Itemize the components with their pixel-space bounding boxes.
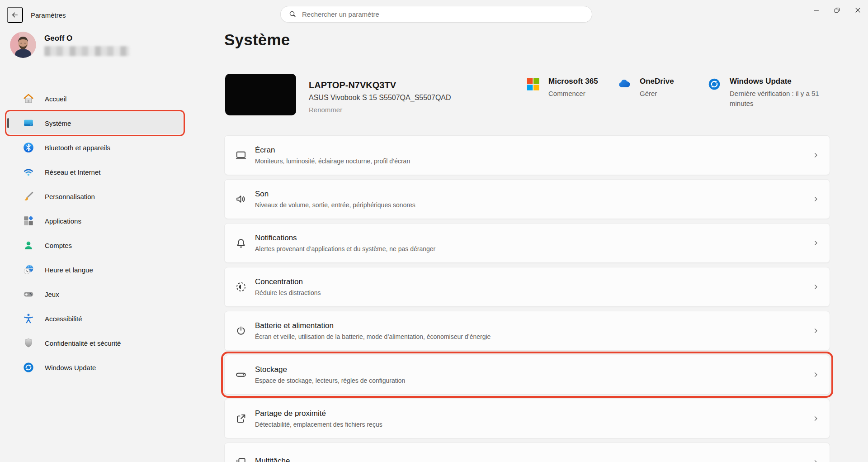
- minimize-button[interactable]: [806, 0, 826, 20]
- sound-icon: [235, 193, 247, 205]
- settings-card-subtitle: Réduire les distractions: [255, 289, 321, 296]
- sidebar-item-label: Accessibilité: [45, 315, 82, 323]
- settings-card-title: Batterie et alimentation: [255, 321, 491, 330]
- windows-update-icon: [23, 362, 34, 373]
- sidebar-item-personnalisation[interactable]: Personnalisation: [7, 186, 183, 207]
- settings-card-stockage[interactable]: Stockage Espace de stockage, lecteurs, r…: [224, 355, 830, 395]
- quick-links: Microsoft 365 Commencer OneDrive Gérer W…: [217, 77, 868, 131]
- home-icon: [23, 93, 34, 105]
- settings-card-multitache[interactable]: Multitâche: [224, 443, 830, 462]
- sidebar-item-accessibilite[interactable]: Accessibilité: [7, 308, 183, 329]
- sidebar-item-applications[interactable]: Applications: [7, 210, 183, 232]
- focus-icon: [235, 281, 247, 293]
- search-input[interactable]: [302, 10, 592, 18]
- search-box[interactable]: [280, 6, 592, 23]
- back-arrow-icon: [11, 11, 19, 19]
- restore-button[interactable]: [826, 0, 847, 20]
- update-icon: [708, 77, 721, 91]
- user-account[interactable]: Geoff O: [10, 32, 129, 58]
- settings-card-son[interactable]: Son Niveaux de volume, sortie, entrée, p…: [224, 179, 830, 219]
- settings-card-subtitle: Espace de stockage, lecteurs, règles de …: [255, 377, 405, 384]
- privacy-icon: [23, 337, 34, 349]
- accessibility-icon: [23, 313, 34, 324]
- system-icon: [23, 117, 34, 129]
- bell-icon: [235, 237, 247, 249]
- settings-card-title: Stockage: [255, 365, 405, 374]
- quick-link-subtitle: Gérer: [640, 89, 674, 99]
- settings-card-title: Son: [255, 190, 415, 199]
- sidebar-item-label: Applications: [45, 217, 81, 225]
- quick-link-subtitle: Commencer: [548, 89, 598, 99]
- quick-link-microsoft-365[interactable]: Microsoft 365 Commencer: [526, 77, 598, 99]
- quick-link-onedrive[interactable]: OneDrive Gérer: [618, 77, 674, 99]
- sidebar-item-label: Réseau et Internet: [45, 168, 100, 176]
- sidebar-item-jeux[interactable]: Jeux: [7, 283, 183, 305]
- sidebar-item-label: Comptes: [45, 242, 72, 249]
- quick-link-title: Windows Update: [730, 77, 833, 86]
- sidebar-item-label: Personnalisation: [45, 193, 95, 200]
- time-language-icon: [23, 264, 34, 276]
- chevron-right-icon: [812, 415, 820, 423]
- chevron-right-icon: [812, 152, 820, 159]
- sidebar-item-label: Système: [45, 119, 71, 127]
- sidebar: Geoff O Accueil Système Bluetooth et app…: [0, 25, 217, 462]
- settings-card-title: Multitâche: [255, 457, 290, 462]
- storage-icon: [235, 368, 247, 381]
- sidebar-item-bluetooth[interactable]: Bluetooth et appareils: [7, 137, 183, 158]
- sidebar-item-label: Windows Update: [45, 364, 96, 372]
- page-title: Système: [224, 31, 290, 49]
- multitask-icon: [235, 456, 247, 462]
- sidebar-item-heure-langue[interactable]: Heure et langue: [7, 259, 183, 281]
- chevron-right-icon: [812, 195, 820, 203]
- quick-link-windows-update[interactable]: Windows Update Dernière vérification : i…: [708, 77, 833, 109]
- quick-link-title: Microsoft 365: [548, 77, 598, 86]
- settings-card-subtitle: Niveaux de volume, sortie, entrée, périp…: [255, 201, 415, 209]
- settings-card-title: Partage de proximité: [255, 409, 382, 418]
- sidebar-item-label: Bluetooth et appareils: [45, 144, 110, 152]
- chevron-right-icon: [812, 371, 820, 379]
- display-icon: [235, 149, 247, 162]
- sidebar-item-windows-update[interactable]: Windows Update: [7, 357, 183, 378]
- gaming-icon: [23, 288, 34, 300]
- chevron-right-icon: [812, 459, 820, 462]
- sidebar-item-label: Confidentialité et sécurité: [45, 339, 121, 347]
- sidebar-item-accueil[interactable]: Accueil: [7, 88, 183, 110]
- personalization-icon: [23, 191, 34, 202]
- sidebar-item-reseau[interactable]: Réseau et Internet: [7, 161, 183, 183]
- user-email-blurred: [44, 46, 129, 56]
- user-name: Geoff O: [44, 34, 129, 43]
- sidebar-item-comptes[interactable]: Comptes: [7, 234, 183, 256]
- settings-card-subtitle: Alertes provenant d’applications et du s…: [255, 245, 435, 252]
- bluetooth-icon: [23, 142, 34, 153]
- apps-icon: [23, 215, 34, 227]
- settings-card-concentration[interactable]: Concentration Réduire les distractions: [224, 267, 830, 307]
- settings-card-title: Écran: [255, 146, 410, 155]
- app-title: Paramètres: [31, 11, 66, 19]
- quick-link-title: OneDrive: [640, 77, 674, 86]
- titlebar: Paramètres: [0, 0, 868, 25]
- settings-card-notifications[interactable]: Notifications Alertes provenant d’applic…: [224, 223, 830, 263]
- settings-card-subtitle: Détectabilité, emplacement des fichiers …: [255, 421, 382, 428]
- back-button[interactable]: [7, 7, 23, 23]
- microsoft-365-icon: [526, 77, 540, 91]
- settings-card-title: Notifications: [255, 233, 435, 243]
- minimize-icon: [812, 6, 820, 14]
- accounts-icon: [23, 239, 34, 251]
- settings-card-subtitle: Écran et veille, utilisation de la batte…: [255, 333, 491, 340]
- settings-window: Paramètres: [0, 0, 868, 462]
- settings-card-batterie[interactable]: Batterie et alimentation Écran et veille…: [224, 311, 830, 351]
- sidebar-item-label: Heure et langue: [45, 266, 93, 274]
- search-icon: [288, 10, 297, 19]
- settings-card-partage[interactable]: Partage de proximité Détectabilité, empl…: [224, 399, 830, 438]
- chevron-right-icon: [812, 283, 820, 291]
- close-button[interactable]: [847, 0, 868, 20]
- sidebar-item-systeme[interactable]: Système: [7, 112, 183, 134]
- sidebar-nav: Accueil Système Bluetooth et appareils R…: [7, 88, 183, 381]
- settings-card-title: Concentration: [255, 277, 321, 286]
- share-icon: [235, 412, 247, 425]
- settings-card-subtitle: Moniteurs, luminosité, éclairage nocturn…: [255, 157, 410, 165]
- settings-card-ecran[interactable]: Écran Moniteurs, luminosité, éclairage n…: [224, 135, 830, 175]
- settings-list: Écran Moniteurs, luminosité, éclairage n…: [224, 135, 830, 462]
- quick-link-subtitle: Dernière vérification : il y a 51 minute…: [730, 89, 833, 109]
- sidebar-item-confidentialite[interactable]: Confidentialité et sécurité: [7, 332, 183, 354]
